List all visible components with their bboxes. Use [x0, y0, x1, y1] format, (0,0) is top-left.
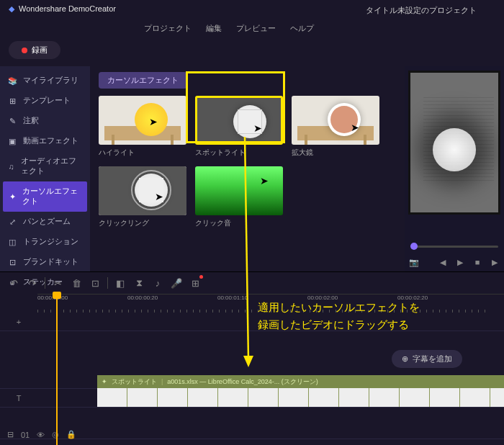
cut-icon[interactable]: ✂ [51, 277, 64, 289]
sidebar-item-brandkit[interactable]: ⊡ブランドキット [0, 252, 90, 272]
track-icon[interactable]: ⊟ [7, 430, 14, 439]
sparkle-icon: ✦ [102, 378, 107, 385]
sidebar-item-label: オーディオエフェクト [21, 156, 83, 176]
stop-icon[interactable]: ■ [472, 257, 482, 267]
library-icon: 📚 [7, 76, 17, 86]
record-label: 録画 [32, 45, 48, 55]
timeline-clip[interactable]: ✦ スポットライト | a001s.xlsx — LibreOffice Cal… [97, 375, 504, 388]
effect-label: ハイライト [99, 148, 186, 158]
frame-thumb [158, 388, 188, 407]
sidebar-item-video-fx[interactable]: ▣動画エフェクト [0, 131, 90, 151]
crop-icon[interactable]: ⊡ [89, 277, 102, 289]
sidebar-item-transition[interactable]: ◫トランジション [0, 232, 90, 252]
sidebar: 📚マイライブラリ⊞テンプレート✎注釈▣動画エフェクト♫オーディオエフェクト✦カー… [0, 66, 90, 271]
brandkit-icon: ⊡ [7, 257, 17, 267]
mic-icon[interactable]: 🎤 [170, 277, 183, 289]
video-fx-icon: ▣ [7, 136, 17, 146]
marker-icon[interactable]: ◧ [114, 277, 127, 289]
track-count: 01 [21, 431, 30, 439]
redo-icon[interactable]: ↷ [26, 277, 39, 289]
eye-icon[interactable]: 👁 [37, 431, 45, 439]
sidebar-item-panzoom[interactable]: ⤢パンとズーム [0, 212, 90, 232]
sidebar-item-label: マイライブラリ [23, 76, 78, 86]
sidebar-item-label: 注釈 [23, 116, 39, 126]
frame-thumb [188, 388, 218, 407]
clip-frames[interactable] [97, 388, 504, 407]
prev-icon[interactable]: ◀ [438, 257, 448, 267]
frame-thumb [430, 388, 460, 407]
frame-thumb [369, 388, 400, 407]
text-track-label[interactable]: T [0, 394, 37, 403]
svg-line-0 [245, 137, 248, 360]
lock-icon[interactable]: 🔒 [66, 430, 76, 439]
frame-thumb [339, 388, 369, 407]
sidebar-item-library[interactable]: 📚マイライブラリ [0, 71, 90, 91]
annotation-text: 適用したいカーソルエフェクトを 録画したビデオにドラッグする [258, 299, 420, 333]
panzoom-icon: ⤢ [7, 217, 17, 227]
annotation-icon: ✎ [7, 116, 17, 126]
section-title: カーソルエフェクト [99, 72, 187, 89]
playhead[interactable] [56, 294, 58, 445]
frame-thumb [309, 388, 339, 407]
delete-icon[interactable]: 🗑 [70, 277, 83, 289]
sidebar-item-template[interactable]: ⊞テンプレート [0, 91, 90, 111]
play-icon[interactable]: ▶ [455, 257, 465, 267]
sidebar-item-label: パンとズーム [23, 217, 71, 227]
frame-thumb [490, 388, 504, 407]
menu-edit[interactable]: 編集 [206, 23, 222, 34]
add-track-button[interactable]: + [0, 318, 37, 326]
effect-label: 拡大鏡 [292, 148, 379, 158]
menu-help[interactable]: ヘルプ [290, 23, 314, 34]
record-dot-icon [22, 48, 27, 53]
sidebar-item-label: テンプレート [23, 96, 71, 106]
effect-thumb: ➤ [292, 96, 379, 145]
effect-thumb: ➤ [99, 96, 186, 145]
undo-icon[interactable]: ↶ [7, 277, 20, 289]
preview-panel: 📷 ◀ ▶ ■ ▶ [405, 66, 504, 271]
annotation-arrow [230, 137, 259, 371]
svg-marker-1 [243, 356, 253, 367]
clip-file-name: a001s.xlsx — LibreOffice Calc_2024-... (… [167, 377, 318, 387]
fx-icon[interactable]: ⊞ [189, 277, 202, 289]
add-subtitle-button[interactable]: ⊕ 字幕を追加 [392, 350, 462, 368]
frame-thumb [279, 388, 309, 407]
record-button[interactable]: 録画 [9, 41, 60, 59]
clip-effect-name: スポットライト [112, 377, 157, 387]
preview-slider[interactable] [410, 246, 498, 250]
next-icon[interactable]: ▶ [490, 257, 500, 267]
effect-item[interactable]: ➤ハイライト [99, 96, 186, 158]
speed-icon[interactable]: ⧗ [132, 277, 145, 289]
effect-item[interactable]: ➤クリックリング [99, 166, 186, 228]
ruler-tick: 00:00:00:20 [127, 295, 158, 301]
frame-thumb [248, 388, 279, 407]
audio-icon[interactable]: ♪ [151, 277, 164, 289]
audio-fx-icon: ♫ [7, 161, 15, 171]
frame-thumb [97, 388, 127, 407]
sidebar-item-audio-fx[interactable]: ♫オーディオエフェクト [0, 151, 90, 181]
effect-item[interactable]: ➤拡大鏡 [292, 96, 379, 158]
frame-thumb [127, 388, 158, 407]
sidebar-item-label: 動画エフェクト [23, 136, 78, 146]
camera-icon[interactable]: 📷 [409, 257, 419, 267]
template-icon: ⊞ [7, 96, 17, 106]
sidebar-item-label: トランジション [23, 237, 78, 247]
effect-label: クリックリング [99, 218, 186, 228]
effect-thumb: ➤ [99, 166, 186, 215]
menu-project[interactable]: プロジェクト [144, 23, 192, 34]
transition-icon: ◫ [7, 237, 17, 247]
project-name: タイトル未設定のプロジェクト [366, 5, 477, 16]
sidebar-item-label: カーソルエフェクト [22, 186, 80, 207]
plus-icon: ⊕ [402, 354, 408, 364]
cursor-fx-icon: ✦ [9, 192, 17, 202]
sidebar-item-label: ブランドキット [23, 257, 78, 267]
frame-thumb [400, 388, 430, 407]
preview-canvas [408, 71, 500, 215]
sidebar-item-cursor-fx[interactable]: ✦カーソルエフェクト [3, 181, 87, 212]
app-logo-icon: ◆ [9, 4, 14, 14]
sidebar-item-annotation[interactable]: ✎注釈 [0, 111, 90, 131]
app-title: Wondershare DemoCreator [19, 4, 116, 13]
frame-thumb [218, 388, 248, 407]
frame-thumb [460, 388, 490, 407]
menu-preview[interactable]: プレビュー [236, 23, 276, 34]
